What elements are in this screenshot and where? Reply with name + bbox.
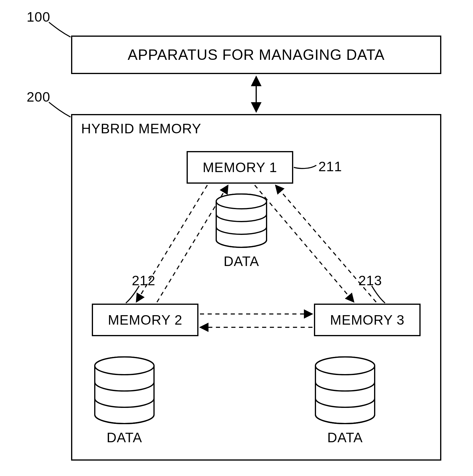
- apparatus-label: APPARATUS FOR MANAGING DATA: [128, 46, 385, 63]
- memory2-box: MEMORY 2: [92, 304, 198, 336]
- data-label-3: DATA: [326, 429, 364, 445]
- memory1-box: MEMORY 1: [187, 151, 293, 184]
- memory3-label: MEMORY 3: [330, 312, 405, 328]
- apparatus-box: APPARATUS FOR MANAGING DATA: [71, 36, 441, 74]
- ref-213: 213: [358, 273, 382, 289]
- hybrid-memory-title: HYBRID MEMORY: [81, 121, 201, 137]
- diagram-canvas: 100 APPARATUS FOR MANAGING DATA 200 HYBR…: [0, 0, 473, 476]
- ref-212: 212: [132, 273, 155, 289]
- ref-211: 211: [318, 158, 342, 174]
- memory2-label: MEMORY 2: [108, 312, 182, 328]
- data-label-1: DATA: [222, 253, 261, 269]
- ref-100: 100: [27, 9, 50, 25]
- ref-200: 200: [27, 89, 50, 105]
- leader-200: [49, 102, 70, 117]
- memory1-label: MEMORY 1: [203, 159, 277, 175]
- memory3-box: MEMORY 3: [314, 304, 421, 336]
- leader-100: [49, 22, 70, 37]
- data-label-2: DATA: [105, 429, 144, 445]
